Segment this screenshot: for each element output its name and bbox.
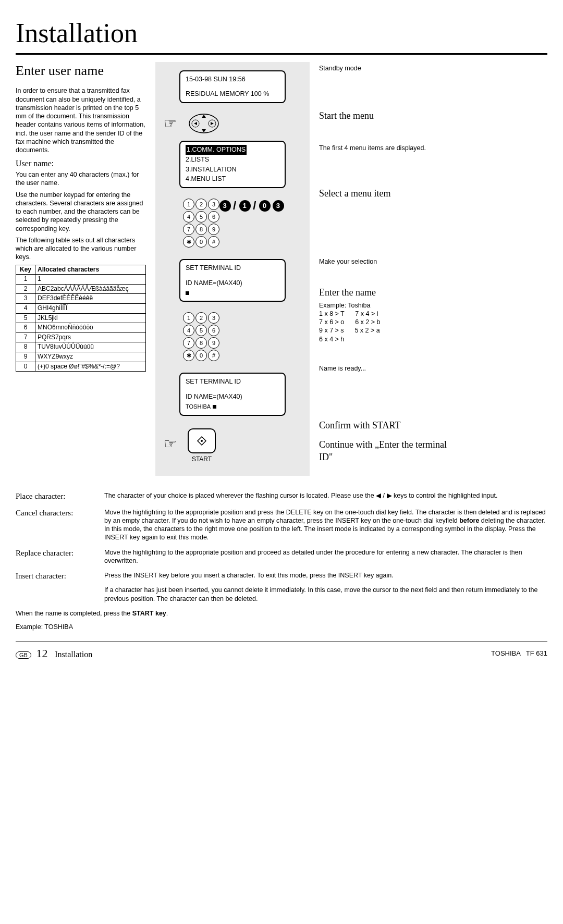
table-row: 2	[16, 284, 35, 294]
example-line: 7 x 6 > o 6 x 2 > b	[319, 318, 455, 326]
table-row: TUV8tuvÙÚÛÜùúûü	[35, 342, 146, 352]
table-row: 0	[16, 362, 35, 372]
th-chars: Allocated characters	[35, 265, 146, 275]
table-row: MNO6mnoÑñòóôõö	[35, 323, 146, 333]
lcd-line: 3.INSTALLATION	[186, 165, 279, 175]
footer-model: TF 631	[526, 649, 547, 657]
place-char-text: The character of your choice is placed w…	[104, 491, 547, 500]
lcd-line: ID NAME=(MAX40)	[186, 278, 279, 288]
table-row: 4	[16, 304, 35, 314]
pointing-hand-icon: ☞	[160, 435, 180, 453]
lcd-terminal-id-empty: SET TERMINAL ID ID NAME=(MAX40)	[179, 259, 286, 302]
continue-heading: Continue with „Enter the terminal ID"	[319, 439, 455, 463]
keypad-row-2: 123456789✱0#	[183, 312, 282, 361]
completion-text: When the name is completed, press the ST…	[16, 609, 547, 618]
table-row: 6	[16, 323, 35, 333]
seq-key: 3	[273, 200, 284, 212]
key-sequence: 3 / 1 / 0 3	[219, 199, 284, 214]
table-row: 3	[16, 294, 35, 304]
svg-marker-4	[202, 129, 206, 132]
table-row: WXYZ9wxyz	[35, 352, 146, 362]
middle-column: 15-03-98 SUN 19:56 RESIDUAL MEMORY 100 %…	[155, 62, 310, 476]
select-menu-heading: Select a menu item	[319, 188, 455, 200]
lcd-line: 2.LISTS	[186, 155, 279, 165]
page-number: 12	[36, 647, 48, 660]
lcd-line: 4.MENU LIST	[186, 174, 279, 184]
left-column: Enter user name In order to ensure that …	[16, 62, 155, 372]
start-menu-heading: Start the menu	[319, 110, 455, 122]
lcd-menu: 1.COMM. OPTIONS 2.LISTS 3.INSTALLATION 4…	[179, 141, 286, 188]
intro-paragraph: In order to ensure that a transmitted fa…	[16, 87, 146, 154]
table-row: 1	[35, 275, 146, 285]
svg-point-8	[201, 440, 203, 442]
username-p3: The following table sets out all charact…	[16, 236, 146, 262]
keypad-icon: 123456789✱0#	[183, 199, 219, 248]
language-badge: GB	[16, 651, 31, 659]
table-row: GHI4ghiÌÍÎÏ	[35, 304, 146, 314]
table-row: JKL5jkl	[35, 313, 146, 323]
place-char-label: Place character:	[16, 491, 104, 502]
table-row: PQRS7pqrs	[35, 332, 146, 342]
standby-label: Standby mode	[319, 64, 455, 72]
footer: GB 12 Installation TOSHIBA TF 631	[16, 646, 547, 661]
username-p2: Use the number keypad for entering the c…	[16, 191, 146, 233]
cancel-char-label: Cancel characters:	[16, 508, 104, 519]
start-label: START	[192, 455, 212, 464]
confirm-heading: Confirm with START	[319, 420, 455, 432]
lcd-line: TOSHIBA	[186, 403, 211, 410]
table-row: 1	[16, 275, 35, 285]
replace-char-text: Move the highlighting to the appropriate…	[104, 548, 547, 565]
seq-key: 1	[239, 200, 251, 212]
seq-key: 0	[259, 200, 271, 212]
lcd-line: 15-03-98 SUN 19:56	[186, 75, 279, 84]
th-key: Key	[16, 265, 35, 275]
table-row: 5	[16, 313, 35, 323]
divider-bottom	[16, 642, 547, 642]
table-row: DEF3defÈÉÊËèéêë	[35, 294, 146, 304]
example-final: Example: TOSHIBA	[16, 623, 547, 631]
cancel-char-text: Move the highlighting to the appropriate…	[104, 508, 547, 542]
keypad-row-1: 123456789✱0# 3 / 1 / 0 3	[183, 199, 282, 248]
section-heading: Enter user name	[16, 62, 146, 80]
footer-brand: TOSHIBA	[491, 649, 520, 657]
lcd-terminal-id-toshiba: SET TERMINAL ID ID NAME=(MAX40) TOSHIBA	[179, 373, 286, 415]
insert-char-text: Press the INSERT key before you insert a…	[104, 571, 547, 603]
right-column: Standby mode Start the menu The first 4 …	[310, 62, 455, 479]
insert-char-label: Insert character:	[16, 571, 104, 582]
name-ready-text: Name is ready...	[319, 364, 455, 373]
make-selection-text: Make your selection	[319, 257, 455, 266]
keypad-icon: 123456789✱0#	[183, 312, 219, 361]
start-button-icon	[188, 428, 216, 453]
username-heading: User name:	[16, 158, 146, 169]
table-row: (+)0 space Øø!"#$%&*-/:=@?	[35, 362, 146, 372]
svg-marker-3	[202, 115, 206, 118]
svg-marker-6	[211, 122, 214, 125]
character-table: KeyAllocated characters 11 2ABC2abcÀÁÂÃÄ…	[16, 265, 146, 372]
lcd-line: SET TERMINAL ID	[186, 377, 279, 387]
dpad-icon	[188, 113, 220, 134]
table-row: 9	[16, 352, 35, 362]
page-title: Installation	[16, 16, 547, 51]
divider-top	[16, 53, 547, 55]
lcd-standby: 15-03-98 SUN 19:56 RESIDUAL MEMORY 100 %	[179, 70, 286, 104]
example-line: 1 x 8 > T 7 x 4 > i	[319, 310, 455, 318]
cursor-icon	[186, 291, 189, 295]
example-line: 9 x 7 > s 5 x 2 > a	[319, 326, 455, 335]
cursor-icon	[213, 405, 216, 409]
example-label: Example: Toshiba	[319, 301, 455, 310]
svg-marker-5	[194, 122, 197, 125]
lcd-line-selected: 1.COMM. OPTIONS	[186, 145, 247, 155]
pointing-hand-icon: ☞	[160, 114, 180, 133]
seq-key: 3	[219, 200, 231, 212]
lcd-line: ID NAME=(MAX40)	[186, 392, 279, 402]
replace-char-label: Replace character:	[16, 548, 104, 559]
example-line: 6 x 4 > h	[319, 335, 455, 343]
first4-text: The first 4 menu items are displayed.	[319, 144, 455, 152]
table-row: ABC2abcÀÁÂÃÄÅÆßàáâãäåæç	[35, 284, 146, 294]
table-row: 8	[16, 342, 35, 352]
lcd-line: RESIDUAL MEMORY 100 %	[186, 89, 279, 99]
enter-name-heading: Enter the name	[319, 287, 455, 299]
table-row: 7	[16, 332, 35, 342]
lcd-line: SET TERMINAL ID	[186, 263, 279, 273]
username-p1: You can enter any 40 characters (max.) f…	[16, 170, 146, 188]
